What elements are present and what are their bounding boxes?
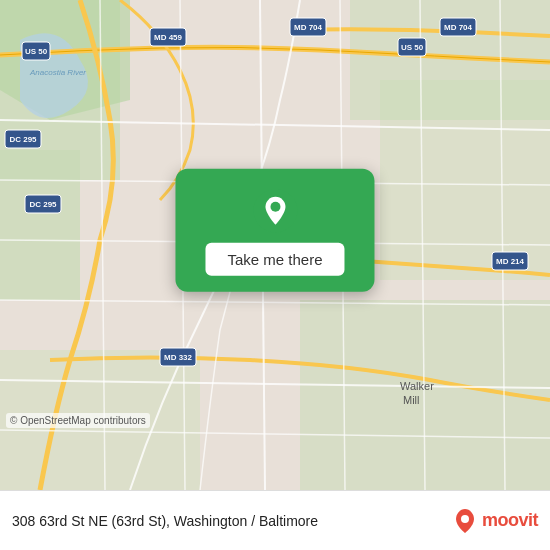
- svg-rect-2: [0, 150, 80, 300]
- svg-text:DC 295: DC 295: [9, 135, 37, 144]
- moovit-pin-icon: [451, 507, 479, 535]
- svg-text:Walker: Walker: [400, 380, 434, 392]
- svg-text:US 50: US 50: [25, 47, 48, 56]
- map-container: Anacostia River US 50: [0, 0, 550, 490]
- svg-rect-5: [380, 80, 550, 280]
- svg-text:MD 459: MD 459: [154, 33, 183, 42]
- bottom-bar: 308 63rd St NE (63rd St), Washington / B…: [0, 490, 550, 550]
- location-pin-icon: [253, 189, 297, 233]
- address-text: 308 63rd St NE (63rd St), Washington / B…: [12, 513, 441, 529]
- svg-point-42: [270, 202, 280, 212]
- svg-text:MD 214: MD 214: [496, 257, 525, 266]
- svg-text:MD 332: MD 332: [164, 353, 193, 362]
- map-attribution: © OpenStreetMap contributors: [6, 413, 150, 428]
- moovit-logo: moovit: [451, 507, 538, 535]
- svg-text:MD 704: MD 704: [444, 23, 473, 32]
- svg-text:DC 295: DC 295: [29, 200, 57, 209]
- take-me-there-button[interactable]: Take me there: [205, 243, 344, 276]
- location-overlay-card: Take me there: [175, 169, 374, 292]
- moovit-wordmark: moovit: [482, 510, 538, 531]
- svg-point-43: [461, 515, 469, 523]
- svg-text:US 50: US 50: [401, 43, 424, 52]
- svg-text:Mill: Mill: [403, 394, 420, 406]
- svg-text:Anacostia River: Anacostia River: [29, 68, 86, 77]
- svg-text:MD 704: MD 704: [294, 23, 323, 32]
